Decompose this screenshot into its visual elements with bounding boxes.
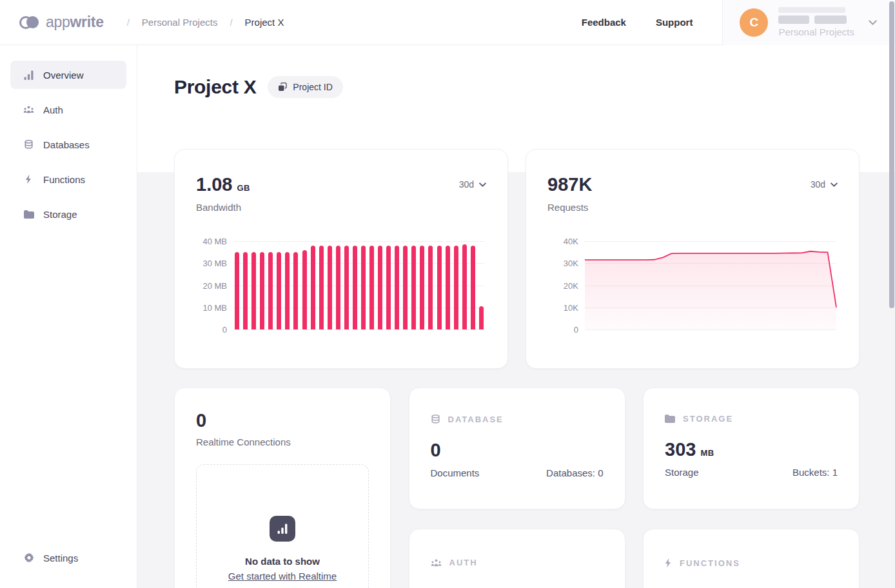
database-icon [431, 414, 440, 424]
main-content: Project X Project ID 1.08GB 30d [137, 45, 895, 588]
sidebar-item-label: Settings [43, 553, 78, 564]
bar [386, 246, 391, 329]
appwrite-logo-icon [19, 16, 39, 29]
bar [446, 246, 450, 329]
bar [479, 306, 484, 329]
y-axis-tick: 40K [547, 237, 578, 246]
bar [328, 246, 332, 329]
project-id-label: Project ID [293, 82, 332, 92]
sidebar-item-label: Functions [43, 174, 85, 185]
top-nav: Feedback Support [582, 17, 693, 28]
gear-icon [23, 553, 34, 563]
get-started-realtime-link[interactable]: Get started with Realtime [228, 571, 337, 582]
storage-card-heading: STORAGE [683, 414, 733, 424]
bar [251, 252, 256, 329]
bar-chart-icon [23, 70, 34, 80]
bar [235, 252, 239, 329]
documents-label: Documents [431, 467, 480, 478]
bar [311, 246, 315, 329]
y-axis-tick: 40 MB [196, 237, 227, 246]
breadcrumb: / Personal Projects / Project X [127, 17, 284, 28]
sidebar-item-label: Overview [43, 70, 84, 81]
databases-count: Databases: 0 [546, 467, 603, 478]
realtime-card: 0 Realtime Connections No data to show G… [174, 387, 391, 588]
sidebar-item-settings[interactable]: Settings [10, 544, 126, 572]
bar [403, 246, 408, 329]
bar [302, 250, 307, 329]
y-axis-tick: 30 MB [196, 259, 227, 268]
y-axis-tick: 10 MB [196, 302, 227, 312]
sidebar-item-label: Auth [43, 104, 63, 115]
requests-card: 987K 30d Requests 010K20K30K40K [526, 149, 860, 369]
realtime-label: Realtime Connections [196, 436, 369, 447]
bar [471, 246, 475, 329]
support-link[interactable]: Support [656, 17, 693, 28]
bar-series [235, 241, 484, 329]
chevron-down-icon [831, 182, 838, 187]
lightning-icon [23, 174, 34, 184]
functions-card: FUNCTIONS [643, 529, 860, 588]
sidebar-item-storage[interactable]: Storage [10, 200, 126, 228]
appwrite-logo[interactable]: appwrite [19, 14, 104, 31]
gridline [585, 329, 836, 330]
database-card-heading: DATABASE [448, 415, 504, 424]
folder-icon [23, 210, 34, 219]
requests-range-select[interactable]: 30d [811, 179, 838, 190]
page-title: Project X [174, 76, 256, 98]
feedback-link[interactable]: Feedback [582, 17, 626, 28]
breadcrumb-project-x[interactable]: Project X [245, 17, 284, 28]
functions-card-heading: FUNCTIONS [680, 558, 740, 568]
vertical-scrollbar[interactable] [889, 1, 894, 308]
copy-icon [278, 83, 287, 92]
bar [268, 252, 273, 329]
y-axis-tick: 0 [196, 325, 227, 335]
bar [344, 246, 349, 329]
bar [336, 246, 340, 329]
bar-chart-icon [270, 516, 295, 542]
chevron-down-icon [479, 182, 486, 187]
sidebar-item-auth[interactable]: Auth [10, 95, 126, 124]
breadcrumb-separator: / [127, 17, 130, 28]
sidebar-item-label: Databases [43, 139, 90, 150]
account-org-label: Personal Projects [778, 26, 854, 37]
bandwidth-range-select[interactable]: 30d [459, 179, 486, 190]
account-menu[interactable]: C Personal Projects [722, 0, 895, 45]
y-axis-tick: 0 [547, 325, 578, 335]
y-axis-tick: 20K [547, 280, 578, 290]
storage-card: STORAGE 303MB Storage Buckets: 1 [643, 387, 860, 509]
breadcrumb-separator: / [230, 17, 232, 28]
bandwidth-value: 1.08GB [196, 174, 250, 195]
sidebar-item-functions[interactable]: Functions [10, 165, 126, 193]
bar [285, 252, 290, 329]
gridline [233, 329, 485, 330]
y-axis-tick: 20 MB [196, 280, 227, 290]
lightning-icon [665, 558, 672, 568]
bar [243, 252, 248, 329]
appwrite-logo-text: appwrite [46, 14, 104, 31]
bar [361, 246, 366, 329]
bar [462, 244, 467, 329]
sidebar-item-databases[interactable]: Databases [10, 130, 126, 159]
bar [277, 252, 281, 329]
auth-card-heading: AUTH [449, 558, 478, 567]
sidebar-item-overview[interactable]: Overview [10, 61, 126, 89]
bar [319, 246, 324, 329]
requests-value: 987K [547, 174, 592, 195]
redacted-user-name [778, 7, 845, 13]
requests-line-chart: 010K20K30K40K [585, 241, 836, 329]
bandwidth-label: Bandwidth [196, 202, 486, 213]
breadcrumb-personal-projects[interactable]: Personal Projects [142, 17, 218, 28]
bar [411, 246, 416, 329]
bandwidth-bar-chart: 010 MB20 MB30 MB40 MB [233, 241, 485, 329]
bar [260, 252, 264, 329]
buckets-count: Buckets: 1 [792, 467, 838, 478]
top-bar: appwrite / Personal Projects / Project X… [0, 0, 895, 45]
project-id-button[interactable]: Project ID [268, 76, 342, 98]
users-icon [23, 105, 34, 114]
bar [395, 246, 399, 329]
bandwidth-card: 1.08GB 30d Bandwidth 010 MB20 MB30 MB40 … [174, 149, 508, 369]
folder-icon [665, 415, 675, 423]
page-header: Project X Project ID [174, 45, 860, 102]
sidebar: Overview Auth Databases Functions Storag… [0, 45, 137, 588]
storage-label: Storage [665, 467, 699, 478]
